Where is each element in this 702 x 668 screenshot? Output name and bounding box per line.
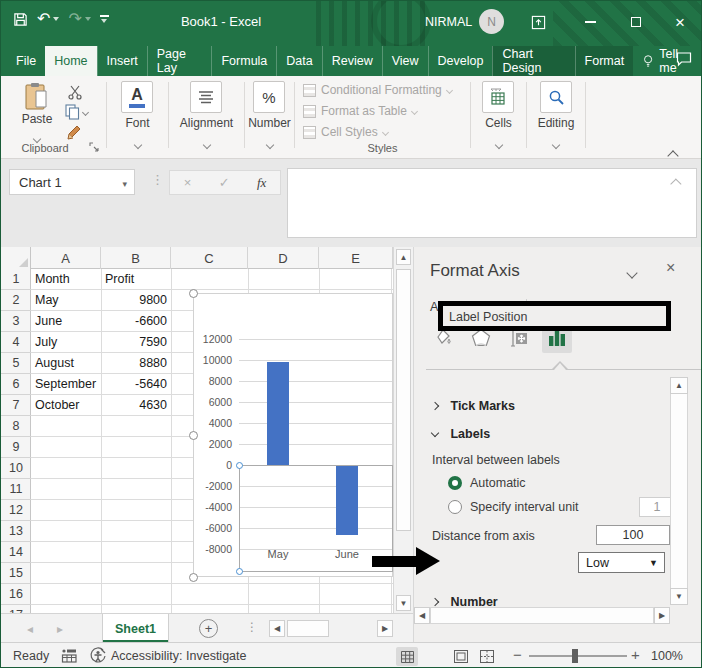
cell-A1[interactable]: Month: [31, 269, 101, 290]
cell-B5[interactable]: 8880: [101, 353, 171, 374]
tab-home[interactable]: Home: [45, 46, 96, 76]
font-group[interactable]: A Font: [107, 76, 168, 159]
conditional-formatting-button[interactable]: Conditional Formatting: [303, 83, 452, 97]
enter-button[interactable]: ✓: [219, 175, 230, 190]
format-painter-button[interactable]: [67, 124, 83, 140]
column-header-E[interactable]: E: [319, 247, 393, 269]
cell-B2[interactable]: 9800: [101, 290, 171, 311]
formula-bar-grip-icon[interactable]: ⋮: [151, 172, 164, 187]
zoom-out-button[interactable]: −: [513, 646, 522, 663]
next-sheet-button[interactable]: ▸: [57, 622, 63, 636]
row-header-10[interactable]: 10: [1, 458, 31, 479]
copy-button[interactable]: [65, 104, 88, 120]
column-header-B[interactable]: B: [101, 247, 171, 269]
minimize-button[interactable]: [577, 9, 603, 35]
column-header-C[interactable]: C: [171, 247, 248, 269]
pane-close-button[interactable]: ×: [666, 259, 675, 277]
row-header-13[interactable]: 13: [1, 521, 31, 542]
vertical-scroll-thumb[interactable]: [396, 269, 411, 531]
redo-dropdown-icon[interactable]: [85, 17, 91, 21]
distance-from-axis-input[interactable]: 100: [596, 525, 670, 545]
row-header-15[interactable]: 15: [1, 563, 31, 584]
tab-chart-design[interactable]: Chart Design: [492, 46, 574, 76]
zoom-level[interactable]: 100%: [651, 649, 683, 663]
formula-input[interactable]: [287, 168, 697, 238]
undo-button[interactable]: ↶: [37, 11, 59, 27]
new-sheet-button[interactable]: +: [199, 619, 218, 638]
column-header-D[interactable]: D: [248, 247, 319, 269]
label-position-dropdown[interactable]: Low ▼: [578, 552, 665, 573]
font-group-chevron-icon[interactable]: [133, 141, 141, 149]
cell-B1[interactable]: Profit: [101, 269, 171, 290]
pane-scroll-right-button[interactable]: ▶: [654, 607, 670, 624]
alignment-group-chevron-icon[interactable]: [202, 141, 210, 149]
save-icon[interactable]: [13, 12, 28, 27]
insert-function-button[interactable]: fx: [257, 175, 266, 191]
cell-B3[interactable]: -6600: [101, 311, 171, 332]
chart-resize-handle[interactable]: [189, 573, 198, 582]
row-header-9[interactable]: 9: [1, 437, 31, 458]
zoom-in-button[interactable]: +: [631, 646, 640, 663]
section-labels[interactable]: Labels: [432, 427, 490, 441]
sheetbar-grip-icon[interactable]: ⋮: [246, 620, 258, 634]
column-header-A[interactable]: A: [31, 247, 101, 269]
section-tick-marks[interactable]: Tick Marks: [432, 399, 515, 413]
tab-formulas[interactable]: Formula: [211, 46, 276, 76]
cell-B7[interactable]: 4630: [101, 395, 171, 416]
name-box-dropdown-icon[interactable]: ▾: [122, 179, 127, 189]
close-button[interactable]: ×: [667, 9, 693, 35]
tab-insert[interactable]: Insert: [97, 46, 147, 76]
tab-review[interactable]: Review: [322, 46, 382, 76]
scroll-down-button[interactable]: ▼: [396, 595, 411, 611]
chart-resize-handle[interactable]: [189, 431, 198, 440]
tab-format[interactable]: Format: [575, 46, 634, 76]
axis-selection-handle[interactable]: [236, 568, 243, 575]
undo-dropdown-icon[interactable]: [53, 17, 59, 21]
cell-A6[interactable]: September: [31, 374, 101, 395]
tab-page-layout[interactable]: Page Lay: [147, 46, 212, 76]
row-header-6[interactable]: 6: [1, 374, 31, 395]
tab-view[interactable]: View: [382, 46, 428, 76]
cell-A3[interactable]: June: [31, 311, 101, 332]
previous-sheet-button[interactable]: ◂: [27, 622, 33, 636]
cell-styles-button[interactable]: Cell Styles: [303, 125, 388, 139]
automatic-radio[interactable]: [448, 476, 462, 490]
normal-view-button[interactable]: [396, 647, 418, 666]
row-header-3[interactable]: 3: [1, 311, 31, 332]
row-header-1[interactable]: 1: [1, 269, 31, 290]
row-header-14[interactable]: 14: [1, 542, 31, 563]
scroll-up-button[interactable]: ▲: [396, 249, 411, 265]
copy-dropdown-icon[interactable]: [82, 108, 89, 115]
formula-bar-collapse-icon[interactable]: [670, 178, 681, 189]
pane-vertical-scrollbar[interactable]: [670, 377, 688, 605]
pane-scroll-down-button[interactable]: ▼: [670, 588, 688, 605]
bar-may[interactable]: [267, 362, 289, 465]
name-box[interactable]: Chart 1 ▾: [9, 169, 135, 195]
cells-group[interactable]: Cells: [471, 76, 526, 159]
zoom-slider-track[interactable]: [529, 655, 627, 657]
cell-A4[interactable]: July: [31, 332, 101, 353]
cell-B6[interactable]: -5640: [101, 374, 171, 395]
horizontal-scroll-thumb[interactable]: [287, 620, 329, 637]
sheet-tab-sheet1[interactable]: Sheet1: [102, 614, 169, 643]
editing-group[interactable]: Editing: [527, 76, 585, 159]
row-header-11[interactable]: 11: [1, 479, 31, 500]
hscroll-right-button[interactable]: ▶: [377, 620, 393, 637]
format-as-table-button[interactable]: Format as Table: [303, 104, 417, 118]
number-group-chevron-icon[interactable]: [265, 141, 273, 149]
avatar[interactable]: N: [479, 9, 504, 34]
row-header-17[interactable]: 17: [1, 605, 31, 613]
row-header-16[interactable]: 16: [1, 584, 31, 605]
pane-horizontal-scrollbar[interactable]: [430, 607, 654, 624]
editing-group-chevron-icon[interactable]: [552, 141, 560, 149]
tab-developer[interactable]: Develop: [428, 46, 493, 76]
cell-A7[interactable]: October: [31, 395, 101, 416]
number-group[interactable]: % Number: [245, 76, 294, 159]
pane-scroll-left-button[interactable]: ◀: [414, 607, 430, 624]
row-header-7[interactable]: 7: [1, 395, 31, 416]
page-layout-view-button[interactable]: [450, 647, 472, 666]
cancel-button[interactable]: ×: [184, 175, 192, 190]
accessibility-checker-button[interactable]: [89, 647, 107, 665]
redo-button[interactable]: ↷: [68, 11, 90, 27]
row-header-5[interactable]: 5: [1, 353, 31, 374]
